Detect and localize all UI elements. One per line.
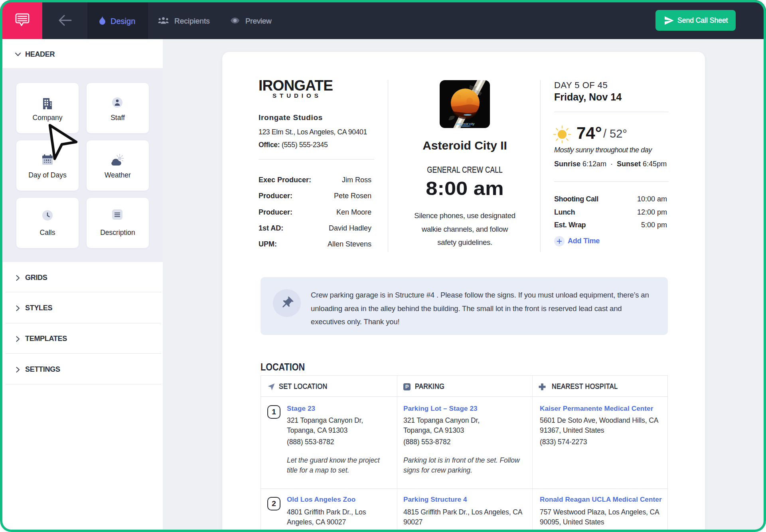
svg-text:asteroid city: asteroid city (456, 122, 475, 126)
